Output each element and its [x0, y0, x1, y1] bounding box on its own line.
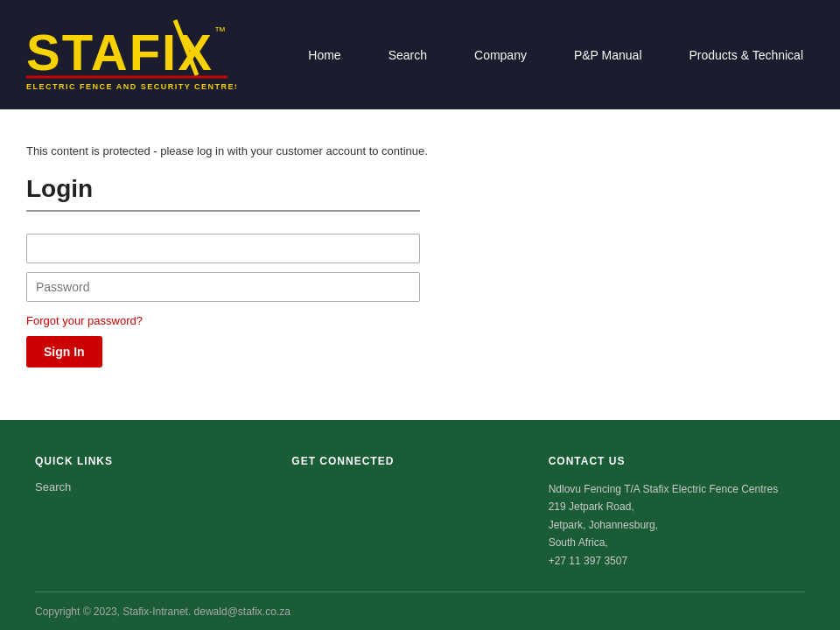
main-nav: Home Search Company P&P Manual Products …	[298, 48, 814, 62]
forgot-password-link[interactable]: Forgot your password?	[26, 314, 143, 327]
protected-message: This content is protected - please log i…	[26, 144, 814, 158]
site-header: STAFIX ™ ELECTRIC FENCE AND SECURITY CEN…	[0, 0, 840, 109]
nav-company[interactable]: Company	[474, 48, 527, 62]
contact-title: CONTACT US	[549, 455, 805, 467]
contact-company: Ndlovu Fencing T/A Stafix Electric Fence…	[549, 480, 805, 498]
contact-address3: South Africa,	[549, 534, 805, 551]
footer-columns: QUICK LINKS Search GET CONNECTED CONTACT…	[35, 455, 805, 570]
svg-text:™: ™	[214, 24, 226, 38]
password-input[interactable]	[26, 272, 420, 302]
nav-pnp-manual[interactable]: P&P Manual	[574, 48, 642, 62]
contact-address2: Jetpark, Johannesburg,	[549, 516, 805, 534]
login-form: Forgot your password? Sign In	[26, 234, 420, 368]
signin-button[interactable]: Sign In	[26, 336, 102, 368]
footer-quick-links: QUICK LINKS Search	[35, 455, 291, 570]
contact-phone: +27 11 397 3507	[549, 552, 805, 570]
quick-links-title: QUICK LINKS	[35, 455, 291, 467]
svg-text:ELECTRIC FENCE AND SECURITY CE: ELECTRIC FENCE AND SECURITY CENTRES	[26, 82, 236, 91]
footer-divider	[35, 592, 805, 592]
nav-home[interactable]: Home	[308, 48, 340, 62]
contact-address: Ndlovu Fencing T/A Stafix Electric Fence…	[549, 480, 805, 570]
footer-copyright: Copyright © 2023, Stafix-Intranet. dewal…	[35, 606, 805, 618]
footer-search-link[interactable]: Search	[35, 480, 291, 494]
login-title: Login	[26, 175, 814, 203]
site-footer: QUICK LINKS Search GET CONNECTED CONTACT…	[0, 420, 840, 630]
login-divider	[26, 210, 420, 212]
footer-get-connected: GET CONNECTED	[291, 455, 548, 570]
contact-address1: 219 Jetpark Road,	[549, 498, 805, 515]
username-input[interactable]	[26, 234, 420, 263]
footer-contact: CONTACT US Ndlovu Fencing T/A Stafix Ele…	[549, 455, 805, 570]
nav-search[interactable]: Search	[388, 48, 427, 62]
main-content: This content is protected - please log i…	[0, 109, 840, 420]
get-connected-title: GET CONNECTED	[291, 455, 548, 467]
logo-area: STAFIX ™ ELECTRIC FENCE AND SECURITY CEN…	[26, 16, 236, 94]
stafix-logo: STAFIX ™ ELECTRIC FENCE AND SECURITY CEN…	[26, 16, 236, 94]
nav-products-technical[interactable]: Products & Technical	[690, 48, 803, 62]
